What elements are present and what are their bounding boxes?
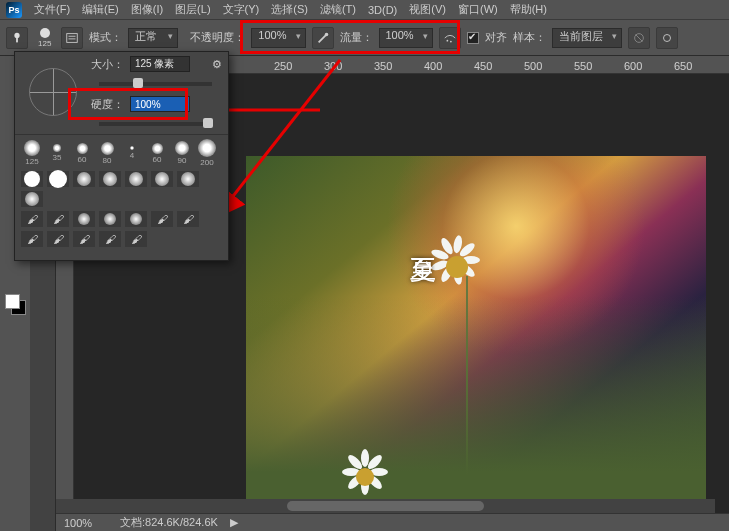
menu-help[interactable]: 帮助(H) [510, 2, 547, 17]
svg-point-7 [663, 34, 670, 41]
menu-file[interactable]: 文件(F) [34, 2, 70, 17]
flow-select[interactable]: 100% [379, 28, 433, 48]
aligned-label: 对齐 [485, 30, 507, 45]
menu-bar: Ps 文件(F) 编辑(E) 图像(I) 图层(L) 文字(Y) 选择(S) 滤… [0, 0, 729, 20]
status-bar: 100% 文档:824.6K/824.6K ▶ [56, 513, 729, 531]
brush-preset-grid-3: 🖌 🖌 🖌 🖌 [15, 211, 228, 231]
brush-preset[interactable] [73, 211, 95, 227]
document-canvas[interactable]: 夏至 [246, 156, 706, 513]
svg-rect-1 [16, 37, 18, 42]
brush-preset[interactable] [151, 171, 173, 187]
pressure-size-icon[interactable] [656, 27, 678, 49]
flow-label: 流量： [340, 30, 373, 45]
brush-preset[interactable]: 🖌 [73, 231, 95, 247]
canvas-image-grass [246, 296, 706, 513]
brush-hardness-label: 硬度： [91, 97, 124, 112]
brush-preset[interactable] [47, 171, 69, 187]
brush-size-input[interactable] [130, 56, 190, 72]
doc-size: 文档:824.6K/824.6K [120, 515, 218, 530]
brush-preset[interactable]: 🖌 [151, 211, 173, 227]
brush-preset-popup: 大小： 硬度： ⚙ 125 35 60 80 4 60 90 200 � [14, 51, 229, 261]
menu-view[interactable]: 视图(V) [409, 2, 446, 17]
canvas-image-flower [356, 468, 374, 486]
mode-label: 模式： [89, 30, 122, 45]
brush-preset[interactable]: 60 [71, 139, 93, 167]
zoom-level[interactable]: 100% [64, 517, 108, 529]
brush-preset-grid-4: 🖌 🖌 🖌 🖌 🖌 [15, 231, 228, 251]
brush-preset[interactable]: 🖌 [177, 211, 199, 227]
brush-preset[interactable] [125, 171, 147, 187]
fg-color[interactable] [5, 294, 20, 309]
brush-preview-button[interactable]: 125 [34, 28, 55, 48]
canvas-image-stem [466, 276, 468, 476]
brush-preset[interactable]: 4 [121, 139, 143, 167]
menu-image[interactable]: 图像(I) [131, 2, 163, 17]
brush-hardness-slider[interactable] [99, 122, 212, 126]
opacity-select[interactable]: 100% [251, 28, 305, 48]
brush-dot-icon [40, 28, 50, 38]
brush-preset[interactable] [125, 211, 147, 227]
brush-preset[interactable] [99, 211, 121, 227]
brush-preset[interactable]: 🖌 [47, 231, 69, 247]
app-logo: Ps [6, 2, 22, 18]
svg-rect-2 [67, 33, 78, 42]
color-swatch[interactable] [5, 294, 25, 314]
brush-preset[interactable]: 125 [21, 139, 43, 167]
svg-point-3 [324, 32, 328, 36]
brush-preset[interactable]: 90 [171, 139, 193, 167]
tool-preset-icon[interactable] [6, 27, 28, 49]
menu-edit[interactable]: 编辑(E) [82, 2, 119, 17]
brush-preset[interactable]: 🖌 [99, 231, 121, 247]
brush-preset-grid-2 [15, 171, 228, 211]
airbrush-icon[interactable] [439, 27, 461, 49]
menu-layer[interactable]: 图层(L) [175, 2, 210, 17]
gear-icon[interactable]: ⚙ [212, 58, 222, 71]
brush-preset[interactable]: 🖌 [47, 211, 69, 227]
svg-point-4 [446, 39, 448, 41]
brush-preset[interactable]: 200 [196, 139, 218, 167]
brush-preset[interactable] [73, 171, 95, 187]
aligned-checkbox[interactable] [467, 32, 479, 44]
pressure-opacity-icon[interactable] [312, 27, 334, 49]
brush-size-slider[interactable] [99, 82, 212, 86]
chevron-right-icon[interactable]: ▶ [230, 516, 238, 529]
brush-preset[interactable] [177, 171, 199, 187]
brush-preset[interactable]: 60 [146, 139, 168, 167]
brush-preset[interactable]: 🖌 [125, 231, 147, 247]
brush-hardness-input[interactable] [130, 96, 190, 112]
brush-angle-control[interactable] [29, 68, 77, 116]
brush-preset[interactable]: 35 [46, 139, 68, 167]
brush-preset[interactable] [21, 171, 43, 187]
menu-text[interactable]: 文字(Y) [223, 2, 260, 17]
mode-select[interactable]: 正常 [128, 28, 178, 48]
ignore-adjust-icon[interactable] [628, 27, 650, 49]
scrollbar-horizontal[interactable] [56, 499, 715, 513]
brush-preset[interactable] [99, 171, 121, 187]
menu-3d[interactable]: 3D(D) [368, 4, 397, 16]
brush-preset: 🖌 [21, 211, 43, 227]
brush-preset[interactable] [21, 191, 43, 207]
canvas-image-flower [446, 256, 468, 278]
sample-select[interactable]: 当前图层 [552, 28, 622, 48]
brush-preset[interactable]: 🖌 [21, 231, 43, 247]
menu-window[interactable]: 窗口(W) [458, 2, 498, 17]
brush-size-value: 125 [38, 39, 51, 48]
brush-size-label: 大小： [91, 57, 124, 72]
menu-filter[interactable]: 滤镜(T) [320, 2, 356, 17]
brush-panel-toggle-icon[interactable] [61, 27, 83, 49]
menu-select[interactable]: 选择(S) [271, 2, 308, 17]
sample-label: 样本： [513, 30, 546, 45]
brush-preset-grid: 125 35 60 80 4 60 90 200 [15, 134, 228, 171]
svg-point-5 [450, 40, 452, 42]
opacity-label: 不透明度： [190, 30, 245, 45]
brush-preset[interactable]: 80 [96, 139, 118, 167]
